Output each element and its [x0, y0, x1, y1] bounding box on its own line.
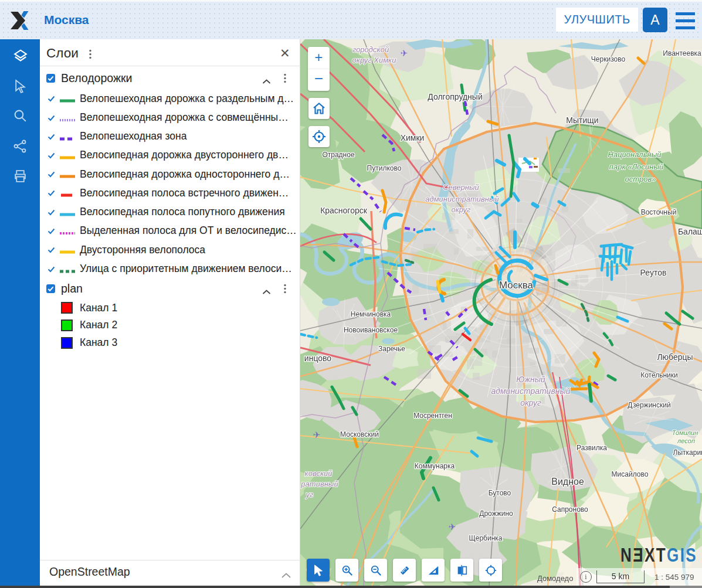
svg-text:Восточный: Восточный [641, 208, 677, 216]
svg-text:округ: округ [451, 205, 471, 214]
svg-text:Люберцы: Люберцы [657, 352, 693, 362]
svg-text:Долгопрудный: Долгопрудный [428, 92, 482, 101]
svg-text:Дзержинский: Дзержинский [628, 401, 670, 409]
svg-text:Реутов: Реутов [640, 268, 667, 277]
svg-text:Котельники: Котельники [640, 371, 678, 379]
svg-text:Мосрентген: Мосрентген [413, 412, 452, 420]
svg-text:Ивантеевка: Ивантеевка [663, 49, 701, 57]
svg-text:Московский: Московский [340, 430, 379, 439]
svg-text:Новоивановское: Новоивановское [344, 326, 398, 334]
svg-text:ковский: ковский [305, 469, 333, 478]
svg-text:остров»: остров» [625, 175, 656, 183]
svg-text:Бутово: Бутово [489, 489, 511, 497]
svg-text:инцово: инцово [304, 354, 331, 363]
svg-text:Южный: Южный [516, 375, 545, 384]
svg-text:Дрожжино: Дрожжино [479, 509, 513, 518]
svg-text:округ Химки: округ Химки [352, 56, 396, 64]
svg-text:Развилка: Развилка [576, 444, 607, 452]
svg-text:Отрадное: Отрадное [322, 151, 354, 159]
svg-text:округ: округ [520, 398, 541, 407]
svg-text:Черкизово: Черкизово [591, 55, 626, 63]
svg-text:Томилин: Томилин [672, 429, 698, 436]
svg-text:Балаш: Балаш [678, 227, 702, 236]
svg-text:Сапроново: Сапроново [552, 505, 588, 514]
svg-text:лесоп: лесоп [677, 437, 695, 444]
svg-text:Лыткарино: Лыткарино [673, 448, 702, 457]
svg-text:городской: городской [352, 45, 389, 54]
svg-text:административный: административный [425, 195, 498, 203]
svg-text:✈: ✈ [449, 522, 456, 532]
svg-text:Москва: Москва [499, 280, 534, 291]
svg-text:✈: ✈ [313, 430, 321, 440]
svg-text:Щербинка: Щербинка [469, 534, 503, 542]
svg-text:Химки: Химки [401, 133, 425, 142]
svg-text:уг: уг [306, 490, 314, 499]
svg-text:✈: ✈ [401, 48, 408, 58]
svg-text:Заречье: Заречье [378, 345, 405, 353]
svg-text:Видное: Видное [551, 477, 584, 487]
svg-text:Мытищи: Мытищи [566, 115, 598, 125]
svg-text:Коммунарка: Коммунарка [415, 462, 455, 470]
svg-text:Мисайлово: Мисайлово [612, 470, 649, 478]
svg-text:Красногорск: Красногорск [320, 206, 368, 215]
svg-text:ративный: ративный [300, 480, 338, 488]
svg-text:Северный: Северный [443, 183, 479, 192]
svg-text:административный: административный [491, 386, 570, 396]
svg-text:Национальный: Национальный [608, 150, 662, 159]
svg-text:Немчиновка: Немчиновка [351, 310, 391, 318]
svg-text:Путилково: Путилково [367, 164, 402, 172]
svg-text:парк «Лосиный: парк «Лосиный [609, 162, 663, 171]
